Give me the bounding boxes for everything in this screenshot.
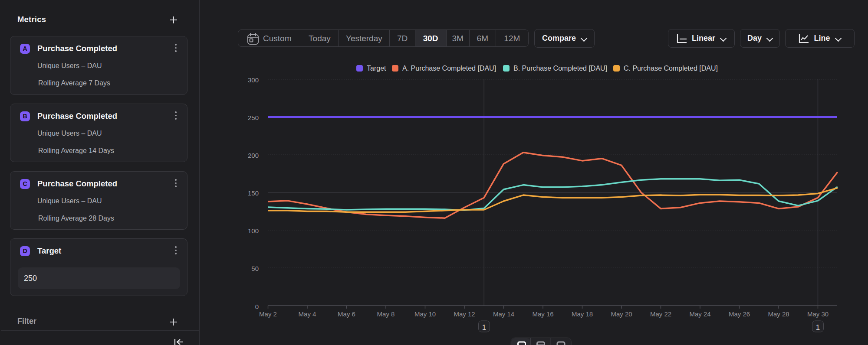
- svg-text:May 12: May 12: [454, 310, 475, 318]
- svg-text:May 20: May 20: [611, 310, 632, 318]
- svg-text:May 28: May 28: [768, 310, 789, 318]
- svg-text:May 4: May 4: [299, 310, 316, 318]
- svg-text:May 6: May 6: [338, 310, 355, 318]
- svg-text:100: 100: [248, 227, 259, 234]
- svg-text:May 2: May 2: [259, 310, 277, 318]
- svg-text:150: 150: [248, 189, 259, 197]
- svg-text:1: 1: [816, 323, 820, 332]
- svg-text:0: 0: [255, 303, 259, 310]
- svg-text:50: 50: [251, 265, 259, 272]
- svg-text:300: 300: [248, 76, 259, 84]
- svg-text:May 18: May 18: [572, 310, 593, 318]
- svg-text:May 10: May 10: [414, 310, 436, 318]
- svg-text:May 22: May 22: [650, 310, 671, 318]
- svg-text:May 24: May 24: [689, 310, 710, 318]
- svg-text:May 16: May 16: [532, 310, 553, 318]
- svg-text:May 30: May 30: [807, 310, 829, 318]
- svg-text:250: 250: [248, 114, 259, 121]
- svg-text:1: 1: [482, 323, 486, 332]
- svg-text:May 26: May 26: [729, 310, 750, 318]
- svg-text:May 8: May 8: [377, 310, 395, 318]
- svg-text:200: 200: [248, 152, 259, 159]
- svg-text:May 14: May 14: [493, 310, 514, 318]
